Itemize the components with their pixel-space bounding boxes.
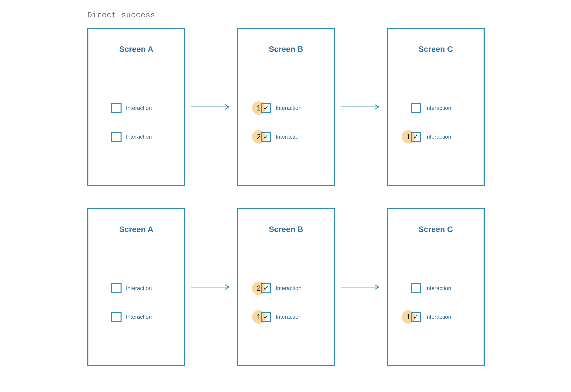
screen-title: Screen B (238, 45, 334, 54)
interactions-list: 1 ✓ Interaction 2 ✓ Interaction (238, 102, 334, 160)
screen-box-a: Screen A Interaction Interaction (87, 208, 185, 366)
checkbox-icon: ✓ (261, 283, 271, 294)
interactions-list: Interaction Interaction (89, 102, 184, 160)
interaction-label: Interaction (276, 314, 301, 320)
checkbox-icon: ✓ (261, 103, 271, 113)
checkbox-icon: ✓ (411, 132, 421, 142)
flow-row-2: Screen A Interaction Interaction Scree (87, 208, 485, 366)
interaction-label: Interaction (276, 134, 301, 140)
flow-arrow (185, 28, 237, 186)
screen-title: Screen A (89, 225, 184, 234)
checkbox-icon (111, 132, 121, 142)
interaction-row: Interaction (388, 282, 483, 294)
interaction-row: Interaction (89, 131, 184, 143)
screen-title: Screen C (388, 45, 483, 54)
interactions-list: Interaction 1 ✓ Interaction (388, 102, 483, 160)
checkmark-icon: ✓ (263, 285, 269, 292)
checkmark-icon: ✓ (263, 133, 269, 140)
interaction-row: Interaction (89, 311, 184, 323)
interaction-label: Interaction (126, 285, 152, 292)
screen-title: Screen C (388, 225, 483, 234)
interaction-label: Interaction (126, 314, 152, 320)
screen-title: Screen B (238, 225, 334, 234)
checkbox-icon (411, 283, 421, 294)
interaction-label: Interaction (276, 105, 301, 111)
interactions-list: Interaction 1 ✓ Interaction (388, 282, 483, 340)
interaction-row: 2 ✓ Interaction (238, 282, 334, 294)
checkbox-icon (111, 283, 121, 294)
arrow-right-icon (341, 283, 381, 291)
interaction-label: Interaction (425, 314, 451, 320)
screen-box-c: Screen C Interaction 1 ✓ Interaction (387, 208, 485, 366)
interaction-label: Interaction (425, 134, 451, 140)
interaction-row: 1 ✓ Interaction (238, 311, 334, 323)
screen-box-a: Screen A Interaction Interaction (87, 28, 185, 186)
checkmark-icon: ✓ (263, 105, 269, 111)
screen-box-c: Screen C Interaction 1 ✓ Interaction (387, 28, 485, 186)
interaction-row: Interaction (89, 282, 184, 294)
checkbox-icon (111, 103, 121, 113)
checkbox-icon: ✓ (261, 312, 271, 322)
interaction-label: Interaction (276, 285, 301, 292)
interaction-row: 1 ✓ Interaction (388, 131, 483, 143)
interaction-row: 1 ✓ Interaction (238, 102, 334, 114)
diagram-canvas: Direct success Screen A Interaction Inte… (0, 0, 571, 392)
flow-arrow (335, 208, 387, 366)
arrow-right-icon (341, 103, 381, 111)
checkmark-icon: ✓ (413, 133, 419, 140)
interaction-row: Interaction (89, 102, 184, 114)
checkbox-icon: ✓ (411, 312, 421, 322)
interaction-row: 2 ✓ Interaction (238, 131, 334, 143)
checkbox-icon (111, 312, 121, 322)
flow-arrow (335, 28, 387, 186)
flow-row-1: Screen A Interaction Interaction Scree (87, 28, 485, 186)
interactions-list: 2 ✓ Interaction 1 ✓ Interaction (238, 282, 334, 340)
interaction-row: 1 ✓ Interaction (388, 311, 483, 323)
checkbox-icon: ✓ (261, 132, 271, 142)
interaction-row: Interaction (388, 102, 483, 114)
interactions-list: Interaction Interaction (89, 282, 184, 340)
interaction-label: Interaction (425, 105, 451, 111)
arrow-right-icon (191, 103, 231, 111)
arrow-right-icon (191, 283, 231, 291)
screen-box-b: Screen B 2 ✓ Interaction 1 ✓ Interaction (237, 208, 335, 366)
checkmark-icon: ✓ (413, 313, 419, 320)
diagram-heading: Direct success (87, 11, 155, 20)
interaction-label: Interaction (126, 105, 152, 111)
flow-arrow (185, 208, 237, 366)
screen-box-b: Screen B 1 ✓ Interaction 2 ✓ Interaction (237, 28, 335, 186)
checkbox-icon (411, 103, 421, 113)
checkmark-icon: ✓ (263, 313, 269, 320)
interaction-label: Interaction (425, 285, 451, 292)
screen-title: Screen A (89, 45, 184, 54)
interaction-label: Interaction (126, 134, 152, 140)
